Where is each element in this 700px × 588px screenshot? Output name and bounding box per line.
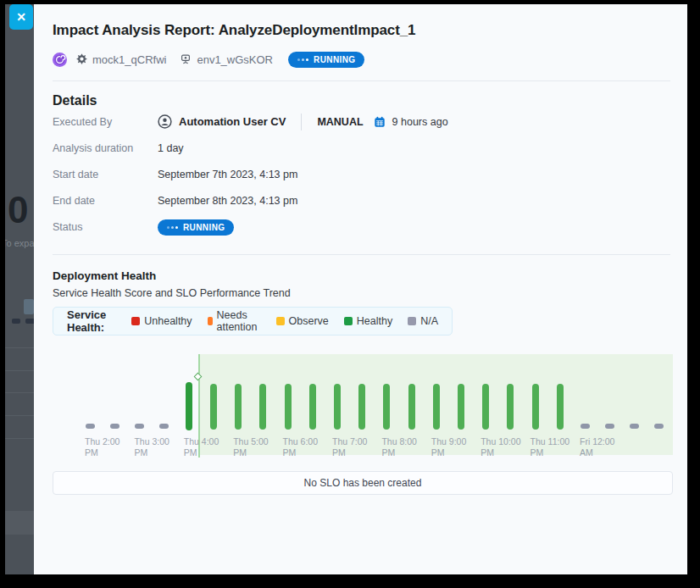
- service-name: mock1_qCRfwi: [92, 53, 166, 66]
- running-spinner-icon: [167, 226, 178, 229]
- dimmed-page-backdrop: 0 To expa: [5, 4, 34, 574]
- legend-item: Unhealthy: [131, 315, 192, 327]
- x-axis-tick-label: Thu 6:00PM: [283, 436, 318, 458]
- app-window: 0 To expa ✕ Impact Analysis Report: Anal…: [5, 4, 687, 574]
- vertical-divider: [301, 114, 302, 130]
- close-icon: ✕: [16, 10, 26, 24]
- user-avatar-icon: [158, 114, 172, 129]
- service-meta: mock1_qCRfwi: [75, 53, 166, 66]
- executed-by-user: Automation User CV: [179, 115, 286, 128]
- detail-label: Executed By: [53, 116, 158, 128]
- no-data-dash: [654, 424, 664, 429]
- x-axis-tick-label: Thu 11:00PM: [531, 436, 570, 458]
- impact-analysis-drawer: Impact Analysis Report: AnalyzeDeploymen…: [34, 4, 687, 574]
- health-score-bar: [383, 384, 390, 430]
- health-score-bar-chart: Thu 2:00PMThu 3:00PMThu 4:00PMThu 5:00PM…: [53, 349, 673, 464]
- detail-row: Start date September 7th 2023, 4:13 pm: [53, 161, 670, 187]
- executed-by-row: Executed By Automation User CV MANUAL: [53, 108, 670, 135]
- no-data-dash: [605, 424, 614, 429]
- x-axis-tick-label: Thu 5:00PM: [233, 436, 268, 458]
- health-score-bar: [210, 384, 217, 430]
- environment-name: env1_wGsKOR: [197, 53, 273, 66]
- detail-row: Analysis duration 1 day: [53, 135, 670, 161]
- health-score-bar: [482, 384, 489, 430]
- health-score-bar: [433, 384, 440, 430]
- backdrop-panel-fragment: [24, 299, 34, 314]
- health-score-bar: [309, 384, 316, 430]
- backdrop-row-divider: [5, 415, 34, 416]
- status-badge: RUNNING: [158, 219, 234, 236]
- status-badge-label: RUNNING: [183, 223, 225, 232]
- header-meta-row: mock1_qCRfwi env1_wGsKOR RUNNING: [53, 49, 670, 69]
- backdrop-bar-fragment: [25, 319, 34, 324]
- no-data-dash: [159, 424, 169, 429]
- trigger-type: MANUAL: [317, 116, 363, 128]
- x-axis-tick-label: Thu 9:00PM: [431, 436, 466, 458]
- x-axis-tick-label: Fri 12:00AM: [580, 436, 614, 458]
- detail-value: 1 day: [158, 142, 184, 154]
- detail-value: September 8th 2023, 4:13 pm: [158, 195, 297, 207]
- deployment-health-heading: Deployment Health: [53, 269, 670, 282]
- page-title: Impact Analysis Report: AnalyzeDeploymen…: [53, 22, 670, 39]
- legend-item: Needs attention: [208, 309, 261, 333]
- detail-label: Analysis duration: [53, 142, 158, 154]
- backdrop-row-divider: [5, 347, 34, 348]
- environment-meta: env1_wGsKOR: [180, 53, 273, 66]
- health-score-bar: [235, 384, 242, 430]
- health-score-bar: [557, 384, 564, 430]
- no-data-dash: [86, 424, 95, 429]
- slo-empty-message: No SLO has been created: [304, 477, 422, 489]
- legend-swatch-icon: [208, 317, 213, 325]
- health-score-bar: [259, 384, 266, 430]
- health-score-bar: [358, 384, 365, 430]
- health-score-bar: [285, 384, 292, 430]
- health-score-bar: [186, 382, 192, 430]
- status-badge-label: RUNNING: [314, 55, 355, 64]
- no-data-dash: [110, 424, 119, 429]
- backdrop-bar-fragment: [12, 319, 20, 324]
- running-spinner-icon: [297, 58, 308, 61]
- executed-time-ago: 9 hours ago: [392, 116, 448, 128]
- gear-icon: [75, 53, 87, 65]
- details-heading: Details: [53, 93, 670, 108]
- x-axis-tick-label: Thu 3:00PM: [134, 436, 169, 458]
- detail-label: End date: [53, 195, 158, 207]
- drawer-close-button[interactable]: ✕: [9, 4, 33, 30]
- detail-row: End date September 8th 2023, 4:13 pm: [53, 187, 670, 214]
- header-divider: [53, 80, 670, 81]
- legend-swatch-icon: [344, 317, 353, 325]
- legend-item: N/A: [408, 315, 438, 327]
- legend-item: Healthy: [344, 315, 392, 327]
- backdrop-row-divider: [5, 370, 34, 371]
- environment-icon: [180, 53, 192, 65]
- status-row: Status RUNNING: [53, 214, 670, 241]
- slo-empty-state: No SLO has been created: [53, 471, 673, 495]
- section-divider: [53, 254, 670, 255]
- detail-label: Status: [53, 221, 158, 233]
- legend-item: Observe: [276, 315, 329, 327]
- deployment-health-subtitle: Service Health Score and SLO Performance…: [53, 287, 670, 299]
- x-axis-tick-label: Thu 7:00PM: [332, 436, 367, 458]
- x-axis-tick-label: Thu 4:00PM: [184, 436, 219, 458]
- backdrop-stat-value: 0: [8, 189, 28, 231]
- status-badge: RUNNING: [288, 52, 364, 68]
- legend-title: Service Health:: [67, 308, 116, 334]
- backdrop-row-divider: [5, 392, 34, 393]
- no-data-dash: [630, 424, 639, 429]
- x-axis-tick-label: Thu 10:00PM: [481, 436, 520, 458]
- backdrop-footer-band: [5, 511, 34, 535]
- health-score-bar: [532, 384, 539, 430]
- health-score-bar: [507, 384, 514, 430]
- x-axis-tick-label: Thu 8:00PM: [381, 436, 416, 458]
- monitored-service-avatar-icon: [53, 53, 67, 67]
- health-score-bar: [408, 384, 415, 430]
- calendar-icon: [374, 116, 386, 128]
- legend-swatch-icon: [131, 317, 140, 325]
- health-score-bar: [334, 384, 341, 430]
- backdrop-partial-text: To expa: [5, 238, 34, 248]
- x-axis-tick-label: Thu 2:00PM: [85, 436, 119, 458]
- legend-swatch-icon: [408, 317, 416, 325]
- backdrop-row-divider: [5, 438, 34, 439]
- detail-value: September 7th 2023, 4:13 pm: [158, 169, 297, 180]
- legend-swatch-icon: [276, 317, 285, 325]
